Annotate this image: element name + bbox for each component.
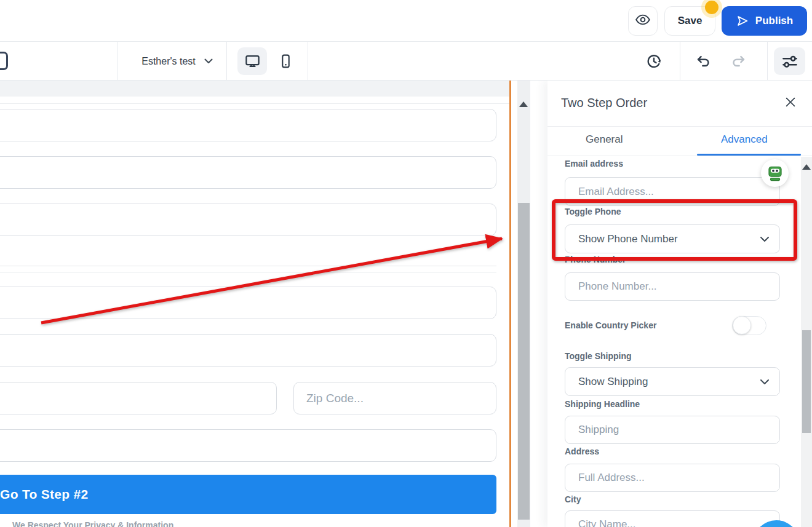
panel-title: Two Step Order (561, 96, 647, 110)
phone-number-label: Phone Number (565, 255, 626, 264)
redo-icon (730, 53, 747, 69)
city-input[interactable] (565, 510, 780, 527)
publish-button[interactable]: Publish (722, 6, 807, 36)
row-divider (0, 103, 509, 104)
country-picker-label: Enable Country Picker (565, 320, 656, 330)
scroll-up-arrow[interactable] (519, 101, 528, 107)
undo-button[interactable] (689, 47, 717, 75)
mobile-view-button[interactable] (271, 47, 300, 75)
form-field-preview[interactable] (0, 109, 496, 141)
divider (226, 42, 227, 81)
toggle-shipping-select[interactable]: Show Shipping (565, 367, 780, 396)
top-bar: Save Publish (0, 0, 812, 42)
robot-icon (766, 164, 784, 183)
divider (680, 42, 680, 81)
undo-icon (695, 53, 712, 69)
zip-code-field-preview[interactable] (293, 382, 496, 414)
publish-label: Publish (755, 15, 793, 27)
editor-canvas: Go To Step #2 We Respect Your Privacy & … (0, 81, 547, 527)
chevron-down-icon (204, 58, 213, 64)
send-icon (736, 14, 749, 28)
address-label: Address (565, 446, 599, 456)
desktop-icon (244, 53, 261, 69)
shipping-headline-label: Shipping Headline (565, 399, 640, 409)
toggle-phone-value: Show Phone Number (578, 233, 678, 245)
close-icon (784, 95, 798, 109)
toggle-knob (733, 316, 751, 335)
mobile-icon (278, 53, 293, 69)
form-field-preview[interactable] (0, 204, 496, 236)
chevron-down-icon (760, 236, 770, 242)
row-divider (0, 272, 496, 272)
canvas-scrollbar-thumb[interactable] (518, 203, 530, 520)
phone-number-input[interactable] (565, 272, 780, 301)
divider (547, 126, 812, 127)
settings-panel: Two Step Order General Advanced Email ad… (547, 81, 812, 527)
logo-partial-icon (0, 52, 8, 70)
history-button[interactable] (640, 47, 668, 75)
city-field-preview[interactable] (0, 382, 277, 414)
eye-icon (635, 12, 651, 30)
tab-advanced[interactable]: Advanced (721, 133, 768, 146)
page-selector-dropdown[interactable]: Esther's test (128, 42, 226, 81)
close-panel-button[interactable] (784, 95, 798, 110)
email-label: Email address (565, 159, 623, 168)
unsaved-changes-dot (705, 1, 718, 14)
editor-toolbar: Esther's test (0, 42, 812, 81)
panel-scrollbar-track[interactable] (801, 157, 812, 527)
page-selector-label: Esther's test (141, 56, 196, 67)
go-to-step-2-button[interactable]: Go To Step #2 (0, 475, 496, 514)
toggle-shipping-value: Show Shipping (578, 376, 648, 388)
clock-history-icon (645, 53, 663, 70)
address-input[interactable] (565, 464, 780, 492)
form-field-preview[interactable] (0, 287, 496, 319)
sliders-icon (781, 53, 798, 70)
email-input[interactable] (565, 177, 780, 206)
divider (767, 42, 768, 81)
canvas-section-gap (0, 81, 509, 97)
privacy-note: We Respect Your Privacy & Information (12, 520, 173, 527)
city-label: City (565, 494, 581, 504)
toggle-phone-label: Toggle Phone (565, 207, 621, 216)
country-picker-toggle[interactable] (732, 316, 766, 335)
preview-button[interactable] (628, 6, 658, 36)
divider (308, 42, 308, 81)
toggle-phone-select[interactable]: Show Phone Number (565, 224, 780, 253)
row-divider (0, 266, 496, 266)
chevron-down-icon (760, 379, 770, 385)
page-builder-app: Save Publish Esther's test (0, 0, 812, 527)
canvas-scrollbar-track[interactable] (517, 81, 530, 527)
toggle-shipping-label: Toggle Shipping (565, 351, 632, 361)
form-field-preview[interactable] (0, 156, 496, 189)
redo-button[interactable] (724, 47, 752, 75)
panel-scrollbar-thumb[interactable] (802, 330, 811, 433)
form-field-preview[interactable] (0, 429, 496, 462)
desktop-view-button[interactable] (237, 47, 267, 75)
settings-panel-button[interactable] (774, 47, 805, 75)
form-field-preview[interactable] (0, 334, 496, 367)
tab-general[interactable]: General (586, 133, 623, 146)
shipping-headline-input[interactable] (565, 416, 780, 444)
password-manager-extension-button[interactable] (761, 159, 789, 187)
selection-outline (509, 81, 511, 527)
divider (547, 156, 812, 156)
scroll-up-arrow[interactable] (802, 164, 811, 170)
divider (117, 42, 117, 81)
